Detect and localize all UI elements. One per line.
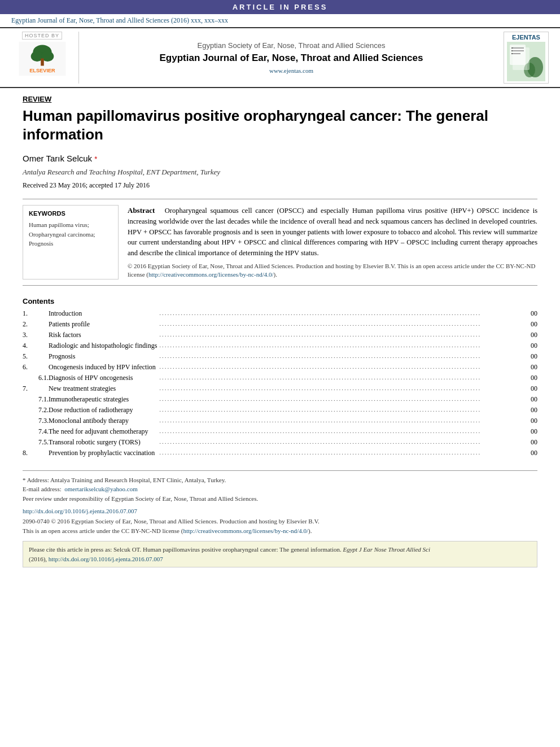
toc-row: 7.New treatment strategies..............…: [23, 384, 537, 395]
toc-dots: ........................................…: [157, 427, 528, 438]
toc-dots: ........................................…: [157, 320, 528, 330]
toc-label: Prevention by prophylactic vaccination: [49, 448, 157, 459]
toc-label: Monoclonal antibody therapy: [49, 416, 157, 427]
toc-label: Transoral robotic surgery (TORS): [49, 438, 157, 448]
svg-rect-8: [511, 47, 524, 49]
doi-line: http://dx.doi.org/10.1016/j.ejenta.2016.…: [23, 508, 537, 514]
toc-row: 6.1.Diagnosis of HPV oncogenesis........…: [23, 373, 537, 384]
toc-num: 7.3.: [23, 416, 49, 427]
toc-dots: ........................................…: [157, 395, 528, 405]
toc-row: 7.3.Monoclonal antibody therapy.........…: [23, 416, 537, 427]
journal-title-header: Egyptian Journal of Ear, Nose, Throat an…: [160, 52, 423, 64]
toc-dots: ........................................…: [157, 448, 528, 459]
toc-row: 5.Prognosis.............................…: [23, 352, 537, 362]
svg-rect-9: [511, 50, 524, 51]
toc-row: 7.2.Dose reduction of radiotherapy......…: [23, 405, 537, 416]
keyword-1: Human papilloma virus;: [29, 220, 112, 230]
toc-dots: ........................................…: [157, 330, 528, 341]
toc-row: 7.4.The need for adjuvant chemotherapy..…: [23, 427, 537, 438]
toc-page: 00: [528, 384, 537, 395]
keyword-2: Oropharyngeal carcinoma;: [29, 230, 112, 239]
toc-page: 00: [528, 373, 537, 384]
keywords-box: KEYWORDS Human papilloma virus; Orophary…: [23, 205, 119, 279]
svg-rect-7: [510, 45, 526, 65]
toc-page: 00: [528, 341, 537, 352]
cc-license-link[interactable]: http://creativecommons.org/licenses/by-n…: [148, 271, 274, 278]
toc-label: Dose reduction of radiotherapy: [49, 405, 157, 416]
toc-num: 1.: [23, 309, 49, 320]
toc-num: 7.1.: [23, 395, 49, 405]
toc-dots: ........................................…: [157, 438, 528, 448]
society-name: Egyptian Society of Ear, Nose, Throat an…: [198, 41, 386, 50]
contents-title: Contents: [23, 297, 537, 305]
toc-num: 6.1.: [23, 373, 49, 384]
toc-row: 4.Radiologic and histopathologic finding…: [23, 341, 537, 352]
toc-dots: ........................................…: [157, 373, 528, 384]
doi-link[interactable]: http://dx.doi.org/10.1016/j.ejenta.2016.…: [23, 508, 137, 514]
toc-page: 00: [528, 448, 537, 459]
toc-num: 7.5.: [23, 438, 49, 448]
bottom-info-line2: This is an open access article under the…: [23, 526, 537, 536]
svg-rect-10: [511, 53, 520, 54]
toc-row: 7.1.Immunotherapeutic strategies........…: [23, 395, 537, 405]
toc-dots: ........................................…: [157, 384, 528, 395]
email-label: E-mail address:: [23, 486, 62, 492]
toc-page: 00: [528, 320, 537, 330]
toc-page: 00: [528, 352, 537, 362]
review-label: REVIEW: [23, 95, 537, 103]
toc-dots: ........................................…: [157, 416, 528, 427]
toc-num: 7.4.: [23, 427, 49, 438]
toc-label: Introduction: [49, 309, 157, 320]
article-title: Human papillomavirus positive oropharyng…: [23, 107, 537, 143]
author-name: Omer Tarık Selcuk *: [23, 154, 537, 163]
toc-page: 00: [528, 416, 537, 427]
svg-rect-4: [41, 59, 44, 66]
footnote-asterisk: * Address: Antalya Training and Research…: [23, 475, 537, 485]
abstract-section: KEYWORDS Human papilloma virus; Orophary…: [23, 205, 537, 279]
toc-label: New treatment strategies: [49, 384, 157, 395]
keyword-3: Prognosis: [29, 239, 112, 248]
cite-doi-link[interactable]: http://dx.doi.org/10.1016/j.ejenta.2016.…: [49, 556, 163, 562]
footer-section: * Address: Antalya Training and Research…: [23, 470, 537, 504]
ejentas-title: EJENTAS: [512, 34, 540, 41]
cc-bottom-link[interactable]: http://creativecommons.org/licenses/by-n…: [183, 527, 308, 534]
toc-page: 00: [528, 405, 537, 416]
toc-label: Diagnosis of HPV oncogenesis: [49, 373, 157, 384]
keywords-title: KEYWORDS: [29, 210, 112, 217]
hosted-by-label: HOSTED BY: [22, 32, 62, 40]
abstract-content: Oropharyngeal squamous cell cancer (OPSC…: [128, 207, 537, 257]
toc-row: 1.Introduction..........................…: [23, 309, 537, 320]
toc-num: 5.: [23, 352, 49, 362]
journal-link-line: Egyptian Journal of Ear, Nose, Throat an…: [0, 14, 560, 27]
toc-label: Oncogenesis induced by HPV infection: [49, 362, 157, 373]
toc-page: 00: [528, 330, 537, 341]
toc-dots: ........................................…: [157, 352, 528, 362]
toc-label: Risk factors: [49, 330, 157, 341]
ejentas-logo: EJENTAS: [504, 32, 549, 84]
peer-review-note: Peer review under responsibility of Egyp…: [23, 494, 537, 504]
toc-dots: ........................................…: [157, 362, 528, 373]
toc-page: 00: [528, 309, 537, 320]
svg-text:ELSEVIER: ELSEVIER: [29, 68, 55, 73]
toc-page: 00: [528, 438, 537, 448]
toc-num: 7.2.: [23, 405, 49, 416]
email-link[interactable]: omertarikselcuk@yahoo.com: [64, 486, 138, 492]
elsevier-logo: ELSEVIER: [17, 42, 68, 76]
toc-label: Immunotherapeutic strategies: [49, 395, 157, 405]
toc-page: 00: [528, 362, 537, 373]
toc-dots: ........................................…: [157, 405, 528, 416]
journal-link[interactable]: Egyptian Journal of Ear, Nose, Throat an…: [11, 16, 228, 24]
journal-center: Egyptian Society of Ear, Nose, Throat an…: [85, 32, 498, 84]
abstract-label: Abstract: [128, 206, 155, 215]
divider-bottom: [23, 285, 537, 286]
toc-num: 8.: [23, 448, 49, 459]
abstract-body: Abstract Oropharyngeal squamous cell can…: [128, 205, 537, 259]
toc-row: 2.Patients profile......................…: [23, 320, 537, 330]
toc-page: 00: [528, 395, 537, 405]
toc-page: 00: [528, 427, 537, 438]
toc-num: 7.: [23, 384, 49, 395]
toc-dots: ........................................…: [157, 309, 528, 320]
toc-label: Radiologic and histopathologic findings: [49, 341, 157, 352]
divider-top: [23, 199, 537, 199]
toc-label: Prognosis: [49, 352, 157, 362]
